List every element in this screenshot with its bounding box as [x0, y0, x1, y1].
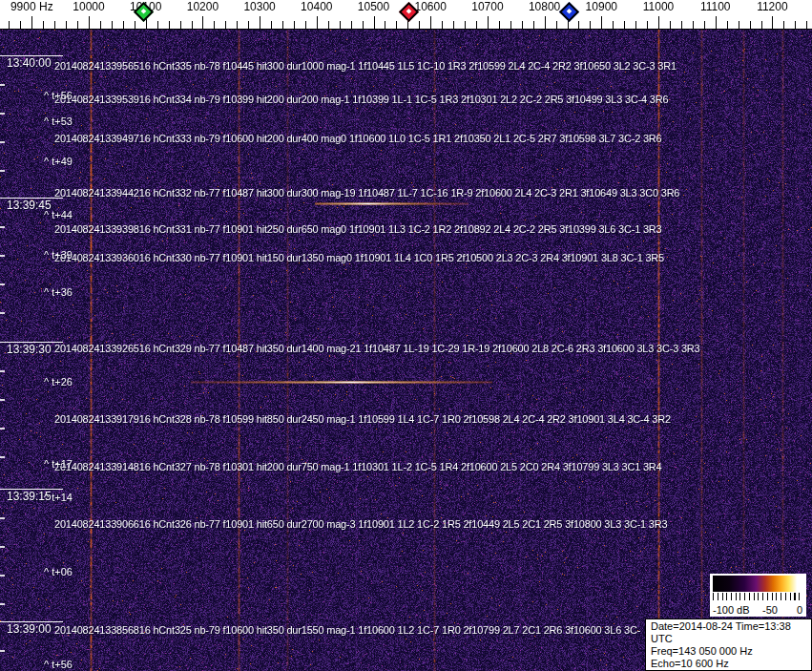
- status-info-box: Date=2014-08-24 Time=13:38 UTC Freq=143 …: [645, 619, 812, 671]
- freq-tick: [453, 21, 454, 29]
- freq-tick: [202, 16, 203, 29]
- freq-tick: [761, 21, 762, 29]
- freq-tick: [260, 16, 260, 29]
- freq-label: 11000: [643, 0, 674, 13]
- spectrogram-overlay: 13:40:0013:39:4513:39:3013:39:1513:39:00…: [0, 0, 812, 671]
- time-tick: [0, 283, 5, 285]
- frequency-ruler: 9900 Hz100001010010200103001040010500106…: [0, 0, 812, 30]
- freq-tick: [374, 16, 375, 29]
- freq-tick: [635, 21, 636, 29]
- time-tick: [0, 84, 5, 86]
- time-tick: [0, 428, 5, 430]
- detection-line: 20140824133914816 hCnt327 nb-78 f10301 h…: [54, 461, 662, 472]
- freq-tick: [510, 21, 511, 29]
- time-tick: [0, 113, 5, 115]
- freq-label: 10000: [73, 0, 104, 13]
- freq-tick: [465, 21, 466, 29]
- time-offset-marker: ^ t+56: [44, 90, 73, 101]
- db-min-label: -100 dB: [713, 604, 750, 616]
- freq-tick: [9, 21, 10, 29]
- time-offset-marker: ^ t+49: [44, 156, 73, 167]
- freq-tick: [328, 21, 329, 29]
- marker-center-dot: [566, 9, 572, 14]
- freq-tick: [704, 21, 705, 29]
- freq-tick: [727, 21, 728, 29]
- freq-tick: [282, 21, 283, 29]
- freq-tick: [31, 16, 32, 29]
- freq-tick: [647, 21, 648, 29]
- freq-tick: [716, 16, 717, 29]
- freq-tick: [363, 21, 364, 29]
- freq-tick: [590, 21, 591, 29]
- freq-tick: [601, 16, 602, 29]
- freq-label: 10600: [415, 0, 447, 13]
- time-tick: [0, 399, 5, 401]
- freq-tick: [499, 21, 500, 29]
- detection-line: 20140824133917916 hCnt328 nb-78 f10599 h…: [54, 413, 671, 425]
- time-offset-marker: ^ t+56: [44, 659, 73, 670]
- time-tick: [0, 226, 5, 228]
- freq-tick: [396, 21, 397, 29]
- freq-label: 10800: [529, 0, 560, 13]
- info-date-time: Date=2014-08-24 Time=13:38 UTC: [651, 620, 811, 645]
- freq-tick: [157, 21, 158, 29]
- time-tick: [0, 141, 5, 143]
- detection-line: 20140824133944216 hCnt332 nb-77 f10487 h…: [54, 187, 679, 199]
- detection-line: 20140824133939816 hCnt331 nb-77 f10901 h…: [54, 223, 662, 235]
- freq-tick: [522, 21, 523, 29]
- db-mid-label: -50: [762, 604, 778, 616]
- freq-tick: [294, 21, 295, 29]
- time-tick: [0, 575, 5, 577]
- freq-tick: [248, 21, 249, 29]
- freq-tick: [783, 21, 784, 29]
- freq-tick: [351, 21, 352, 29]
- freq-tick: [419, 21, 420, 29]
- time-tick: [0, 170, 5, 172]
- freq-tick: [795, 21, 796, 29]
- freq-tick: [271, 21, 272, 29]
- freq-tick: [305, 21, 306, 29]
- freq-label: 10300: [243, 0, 275, 13]
- detection-line: 20140824133926516 hCnt329 nb-77 f10487 h…: [54, 343, 700, 354]
- time-tick: [0, 546, 5, 548]
- freq-tick: [430, 16, 431, 29]
- freq-tick: [772, 16, 773, 29]
- freq-label: 10400: [301, 0, 332, 13]
- marker-diamond-blue-marker[interactable]: [559, 2, 579, 22]
- freq-tick: [123, 21, 124, 29]
- freq-label: 10700: [471, 0, 503, 13]
- freq-label: 10500: [358, 0, 389, 13]
- db-max-label: 0: [797, 604, 802, 616]
- freq-label: 11200: [757, 0, 787, 13]
- freq-tick: [385, 21, 385, 29]
- freq-tick: [578, 21, 579, 29]
- freq-tick: [214, 21, 215, 29]
- freq-tick: [739, 21, 739, 29]
- meteor-spectrogram-window: 9900 Hz100001010010200103001040010500106…: [0, 0, 812, 671]
- freq-tick: [806, 21, 807, 29]
- db-gradient-bar: [713, 576, 803, 592]
- freq-tick: [750, 21, 751, 29]
- time-offset-marker: ^ t+39: [44, 249, 73, 261]
- detection-line: 20140824133956516 hCnt335 nb-78 f10445 h…: [54, 60, 677, 72]
- time-offset-marker: ^ t+53: [44, 115, 73, 127]
- freq-tick: [681, 21, 682, 29]
- time-offset-marker: ^ t+26: [44, 376, 73, 388]
- detection-line: 20140824133949716 hCnt333 nb-79 f10600 h…: [54, 133, 662, 144]
- time-tick: [0, 312, 5, 314]
- freq-tick: [488, 16, 489, 29]
- freq-label: 10200: [187, 0, 219, 13]
- freq-tick: [225, 21, 226, 29]
- freq-tick: [340, 21, 341, 29]
- freq-label: 9900 Hz: [10, 0, 53, 13]
- freq-tick: [180, 21, 181, 29]
- time-offset-marker: ^ t+36: [44, 286, 73, 298]
- freq-tick: [77, 21, 78, 29]
- detection-line: 20140824133936016 hCnt330 nb-77 f10901 h…: [54, 252, 664, 263]
- time-offset-marker: ^ t+06: [44, 566, 73, 577]
- time-tick: [0, 255, 5, 257]
- freq-tick: [66, 21, 67, 29]
- freq-tick: [100, 21, 101, 29]
- detection-line: 20140824133856816 hCnt325 nb-79 f10600 h…: [54, 624, 640, 636]
- freq-tick: [624, 21, 625, 29]
